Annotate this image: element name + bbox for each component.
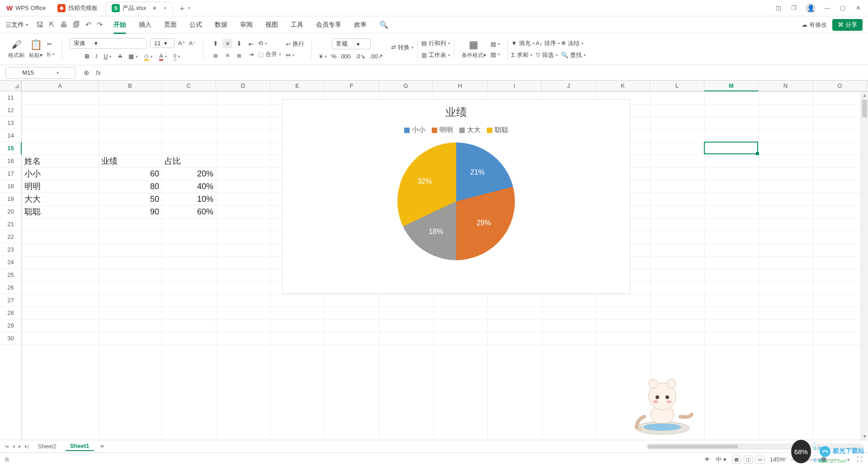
sheet-add-button[interactable]: ＋ — [99, 442, 106, 451]
bold-button[interactable]: B — [85, 53, 89, 60]
sheet-first-icon[interactable]: |◂ — [5, 443, 9, 449]
pie-chart[interactable]: 业绩 小小明明大大聪聪 21%29%18%32% — [282, 99, 630, 294]
panel-icon[interactable]: ◫ — [775, 5, 782, 12]
row-header-16[interactable]: 16 — [0, 155, 21, 167]
row-header-30[interactable]: 30 — [0, 332, 21, 345]
underline-button[interactable]: U▾ — [104, 53, 112, 60]
row-header-18[interactable]: 18 — [0, 180, 21, 193]
decrease-font-button[interactable]: A⁻ — [189, 40, 196, 47]
row-header-22[interactable]: 22 — [0, 231, 21, 243]
row-header-27[interactable]: 27 — [0, 294, 21, 307]
align-right-icon[interactable]: ≣ — [234, 50, 244, 60]
sheet-prev-icon[interactable]: ◂ — [12, 443, 15, 449]
cell-A19[interactable]: 大大 — [22, 193, 99, 205]
number-format-select[interactable]: 常规▾ — [332, 38, 371, 49]
cell-B19[interactable]: 50 — [99, 193, 162, 205]
ribbon-tab-member[interactable]: 会员专享 — [316, 21, 341, 29]
print-preview-icon[interactable]: 🗐 — [73, 21, 80, 29]
cell-C20[interactable]: 60% — [162, 205, 216, 218]
font-color-button[interactable]: A▾ — [159, 52, 167, 61]
copy-button[interactable]: ⎘▾ — [47, 51, 55, 58]
italic-button[interactable]: I — [95, 53, 97, 60]
cell-A20[interactable]: 聪聪 — [22, 205, 99, 218]
highlight-button[interactable]: ◊▾ — [174, 52, 180, 61]
eye-icon[interactable]: 👁 — [704, 456, 710, 463]
merge-button[interactable]: ⬚合并▾ — [258, 50, 281, 58]
strikethrough-button[interactable]: A — [118, 53, 122, 60]
cloud-modified[interactable]: ☁ 有修改 — [802, 21, 827, 29]
sheet-tab-0[interactable]: Sheet2 — [33, 442, 61, 451]
cube-icon[interactable]: ❐ — [790, 5, 797, 12]
row-header-13[interactable]: 13 — [0, 117, 21, 129]
row-header-12[interactable]: 12 — [0, 104, 21, 117]
tab-close-icon[interactable]: × — [163, 5, 167, 12]
legend-item[interactable]: 聪聪 — [487, 126, 508, 134]
print-icon[interactable]: 🖶 — [60, 21, 67, 29]
currency-button[interactable]: ¥▾ — [319, 53, 326, 60]
cell-C16[interactable]: 占比 — [162, 155, 216, 167]
row-header-17[interactable]: 17 — [0, 167, 21, 180]
export-icon[interactable]: ⇱ — [49, 20, 55, 29]
decrease-indent-button[interactable]: ⇤ — [249, 41, 254, 48]
format-painter-button[interactable]: 🖌格式刷 — [8, 39, 24, 59]
tab-add-button[interactable]: ＋▾ — [179, 3, 189, 13]
convert-button[interactable]: ⇄转换▾ — [391, 43, 414, 52]
row-header-15[interactable]: 15 — [0, 142, 21, 155]
decrease-decimal-button[interactable]: .0↘ — [355, 53, 365, 60]
window-minimize-icon[interactable]: — — [824, 5, 831, 12]
ime-button[interactable]: 中 ▾ — [716, 456, 726, 464]
view-normal-icon[interactable]: ▦ — [732, 456, 741, 464]
fit-width-button[interactable]: ⇔▾ — [286, 52, 304, 58]
row-header-28[interactable]: 28 — [0, 307, 21, 319]
scroll-up-icon[interactable]: ▲ — [861, 91, 868, 99]
window-close-icon[interactable]: ✕ — [854, 5, 862, 12]
styles-button[interactable]: ▧▾ — [491, 41, 500, 48]
freeze-button[interactable]: ❄冻结▾ — [561, 39, 586, 48]
sheet-last-icon[interactable]: ▸| — [25, 443, 29, 449]
fx-icon[interactable]: fx — [96, 69, 101, 76]
cell-B16[interactable]: 业绩 — [99, 155, 162, 167]
row-header-23[interactable]: 23 — [0, 243, 21, 256]
user-avatar[interactable]: 👤 — [806, 3, 816, 13]
vertical-scrollbar[interactable]: ▲ ▼ — [861, 91, 868, 440]
cell-B17[interactable]: 60 — [99, 167, 162, 180]
zoom-value[interactable]: 145% — [770, 456, 785, 463]
row-header-14[interactable]: 14 — [0, 129, 21, 142]
cell-A16[interactable]: 姓名 — [22, 155, 99, 167]
grid-body[interactable]: ABCDEFGHIJKLMNO 姓名业绩占比小小6020%明明8040%大大50… — [22, 81, 868, 440]
cell-A18[interactable]: 明明 — [22, 180, 99, 193]
font-name-select[interactable]: 宋体▾ — [70, 38, 146, 49]
window-maximize-icon[interactable]: ▢ — [839, 5, 846, 12]
filter-button[interactable]: ▽筛选▾ — [536, 51, 560, 59]
cell-C18[interactable]: 40% — [162, 180, 216, 193]
font-size-select[interactable]: 11▾ — [150, 38, 175, 48]
view-break-icon[interactable]: ▭ — [755, 456, 764, 464]
select-all-corner[interactable] — [0, 81, 21, 91]
paste-button[interactable]: 📋粘贴▾ — [29, 39, 42, 59]
row-header-19[interactable]: 19 — [0, 193, 21, 205]
cond-format-button[interactable]: ▦条件格式▾ — [462, 39, 486, 59]
table-style-button[interactable]: ▨▾ — [491, 51, 500, 58]
ribbon-tab-view[interactable]: 视图 — [265, 21, 278, 29]
cut-button[interactable]: ✂ — [47, 41, 55, 48]
row-header-24[interactable]: 24 — [0, 256, 21, 269]
hscroll-thumb[interactable] — [648, 445, 738, 448]
legend-item[interactable]: 明明 — [432, 126, 453, 134]
ribbon-tab-data[interactable]: 数据 — [215, 21, 227, 29]
sum-button[interactable]: Σ求和▾ — [511, 51, 535, 59]
align-bottom-icon[interactable]: ⬇ — [234, 38, 244, 48]
status-tools-icon[interactable]: ⎘ — [5, 456, 9, 463]
sheet-tab-1[interactable]: Sheet1 — [66, 442, 94, 451]
share-button[interactable]: ⌘ 分享 — [832, 19, 863, 31]
sheet-next-icon[interactable]: ▸ — [19, 443, 21, 449]
increase-font-button[interactable]: A⁺ — [178, 40, 185, 47]
row-header-20[interactable]: 20 — [0, 205, 21, 218]
view-page-icon[interactable]: ◫ — [744, 456, 753, 464]
row-header-21[interactable]: 21 — [0, 218, 21, 231]
sort-button[interactable]: A↓排序▾ — [536, 39, 560, 48]
scroll-thumb[interactable] — [862, 100, 867, 118]
cell-C17[interactable]: 20% — [162, 167, 216, 180]
comma-button[interactable]: 000 — [341, 53, 351, 60]
zoom-icon[interactable]: ⊕ — [84, 69, 90, 77]
fill-button[interactable]: ▼填充▾ — [511, 39, 535, 48]
